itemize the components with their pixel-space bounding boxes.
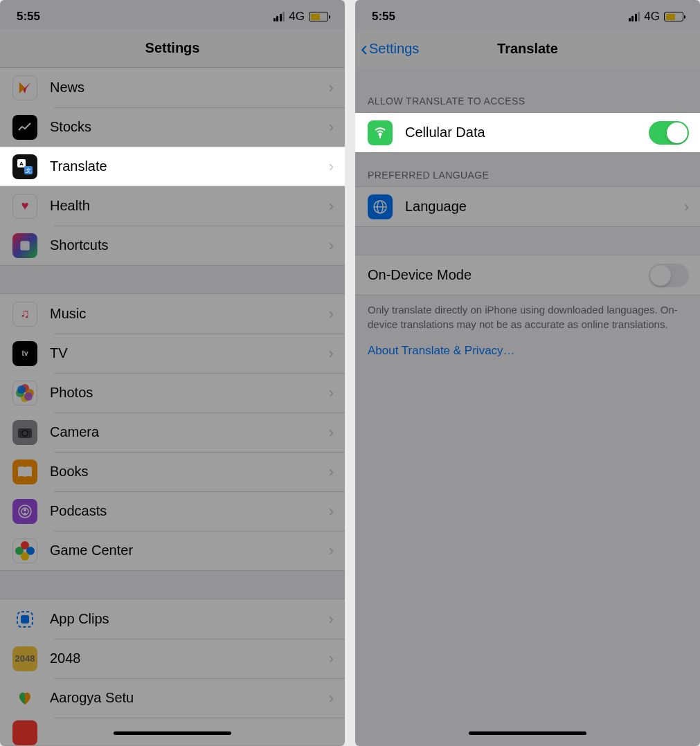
settings-row-2048[interactable]: 2048 2048 › bbox=[0, 639, 345, 678]
tv-icon: tv bbox=[12, 341, 37, 366]
settings-row-translate[interactable]: A文 Translate › bbox=[0, 147, 345, 186]
svg-point-8 bbox=[23, 431, 27, 435]
chevron-right-icon: › bbox=[684, 198, 689, 216]
back-label: Settings bbox=[369, 41, 419, 57]
row-label: Books bbox=[50, 464, 329, 480]
cellular-data-row[interactable]: Cellular Data bbox=[355, 113, 700, 152]
row-label: 2048 bbox=[50, 651, 329, 666]
chevron-right-icon: › bbox=[329, 424, 334, 442]
news-icon bbox=[12, 75, 37, 100]
settings-row-stocks[interactable]: Stocks › bbox=[0, 107, 345, 147]
chevron-right-icon: › bbox=[329, 237, 334, 255]
row-label: Translate bbox=[50, 158, 329, 174]
settings-row-books[interactable]: Books › bbox=[0, 452, 345, 491]
chevron-right-icon: › bbox=[329, 158, 334, 176]
about-privacy-link[interactable]: About Translate & Privacy… bbox=[355, 334, 700, 367]
section-header: ALLOW TRANSLATE TO ACCESS bbox=[355, 68, 700, 112]
chevron-right-icon: › bbox=[329, 689, 334, 707]
chevron-right-icon: › bbox=[329, 79, 334, 97]
chevron-right-icon: › bbox=[329, 610, 334, 628]
status-bar: 5:55 4G bbox=[0, 4, 345, 29]
music-icon: ♫ bbox=[12, 302, 37, 327]
translate-settings-screen: 5:55 4G ‹ Settings Translate ALLOW TRANS… bbox=[355, 0, 700, 746]
row-label: Game Center bbox=[50, 543, 329, 558]
settings-row-podcasts[interactable]: Podcasts › bbox=[0, 491, 345, 531]
nav-bar: Settings bbox=[0, 29, 345, 68]
chevron-right-icon: › bbox=[329, 502, 334, 520]
settings-row-camera[interactable]: Camera › bbox=[0, 412, 345, 452]
back-button[interactable]: ‹ Settings bbox=[361, 29, 419, 68]
language-row[interactable]: Language › bbox=[355, 187, 700, 226]
section-header: PREFERRED LANGUAGE bbox=[355, 153, 700, 186]
app-2048-icon: 2048 bbox=[12, 646, 37, 671]
page-title: Translate bbox=[497, 41, 558, 57]
settings-row-news[interactable]: News › bbox=[0, 68, 345, 107]
row-label: Aarogya Setu bbox=[50, 690, 329, 706]
row-label: Shortcuts bbox=[50, 237, 329, 253]
shortcuts-icon bbox=[12, 233, 37, 258]
settings-list[interactable]: News › Stocks › A文 Translate › ♥ Health bbox=[0, 68, 345, 746]
translate-icon: A文 bbox=[12, 154, 37, 179]
cellular-icon bbox=[368, 120, 393, 145]
chevron-right-icon: › bbox=[329, 118, 334, 136]
signal-icon bbox=[273, 12, 285, 21]
row-label: Health bbox=[50, 198, 329, 214]
appclips-icon bbox=[12, 607, 37, 632]
ondevice-row[interactable]: On-Device Mode bbox=[355, 255, 700, 295]
row-label: Cellular Data bbox=[405, 125, 649, 140]
gamecenter-icon bbox=[12, 538, 37, 563]
settings-row-aarogya[interactable]: Aarogya Setu › bbox=[0, 678, 345, 718]
section-language: Language › bbox=[355, 186, 700, 227]
network-label: 4G bbox=[644, 10, 660, 24]
home-indicator-icon bbox=[114, 731, 231, 735]
translate-content[interactable]: ALLOW TRANSLATE TO ACCESS Cellular Data … bbox=[355, 68, 700, 746]
svg-point-11 bbox=[24, 509, 26, 511]
chevron-right-icon: › bbox=[329, 542, 334, 560]
settings-row-gamecenter[interactable]: Game Center › bbox=[0, 531, 345, 570]
svg-text:A: A bbox=[19, 161, 24, 167]
battery-icon bbox=[309, 12, 328, 21]
nav-bar: ‹ Settings Translate bbox=[355, 29, 700, 68]
row-label: App Clips bbox=[50, 611, 329, 627]
health-icon: ♥ bbox=[12, 194, 37, 219]
settings-row-tv[interactable]: tv TV › bbox=[0, 334, 345, 373]
row-label: Music bbox=[50, 306, 329, 322]
settings-row-health[interactable]: ♥ Health › bbox=[0, 186, 345, 226]
settings-group: News › Stocks › A文 Translate › ♥ Health bbox=[0, 68, 345, 266]
settings-screen: 5:55 4G Settings News › Stocks bbox=[0, 0, 345, 746]
settings-row-shortcuts[interactable]: Shortcuts › bbox=[0, 226, 345, 265]
chevron-right-icon: › bbox=[329, 345, 334, 363]
app-icon bbox=[12, 720, 37, 745]
row-label: TV bbox=[50, 345, 329, 361]
section-ondevice: On-Device Mode bbox=[355, 255, 700, 295]
settings-row-music[interactable]: ♫ Music › bbox=[0, 294, 345, 334]
books-icon bbox=[12, 460, 37, 484]
row-label: News bbox=[50, 80, 329, 95]
settings-row-photos[interactable]: Photos › bbox=[0, 373, 345, 412]
aarogya-icon bbox=[12, 686, 37, 711]
svg-rect-5 bbox=[23, 243, 28, 248]
svg-text:文: 文 bbox=[26, 167, 31, 174]
camera-icon bbox=[12, 420, 37, 445]
home-indicator-icon bbox=[469, 731, 586, 735]
status-right: 4G bbox=[273, 10, 328, 24]
globe-icon bbox=[368, 194, 393, 219]
chevron-right-icon: › bbox=[329, 463, 334, 481]
chevron-right-icon: › bbox=[329, 305, 334, 323]
battery-icon bbox=[664, 12, 683, 21]
status-bar: 5:55 4G bbox=[355, 4, 700, 29]
status-time: 5:55 bbox=[17, 10, 40, 24]
chevron-left-icon: ‹ bbox=[361, 38, 368, 59]
row-label: Podcasts bbox=[50, 503, 329, 519]
signal-icon bbox=[629, 12, 640, 21]
chevron-right-icon: › bbox=[329, 650, 334, 668]
stocks-icon bbox=[12, 115, 37, 140]
settings-group: ♫ Music › tv TV › bbox=[0, 293, 345, 571]
cellular-toggle[interactable] bbox=[649, 121, 689, 145]
ondevice-toggle[interactable] bbox=[649, 264, 689, 287]
photos-icon bbox=[12, 381, 37, 406]
row-label: On-Device Mode bbox=[368, 267, 649, 283]
status-right: 4G bbox=[629, 10, 683, 24]
settings-row-appclips[interactable]: App Clips › bbox=[0, 599, 345, 639]
settings-group: App Clips › 2048 2048 › Aarogya Setu › bbox=[0, 599, 345, 745]
